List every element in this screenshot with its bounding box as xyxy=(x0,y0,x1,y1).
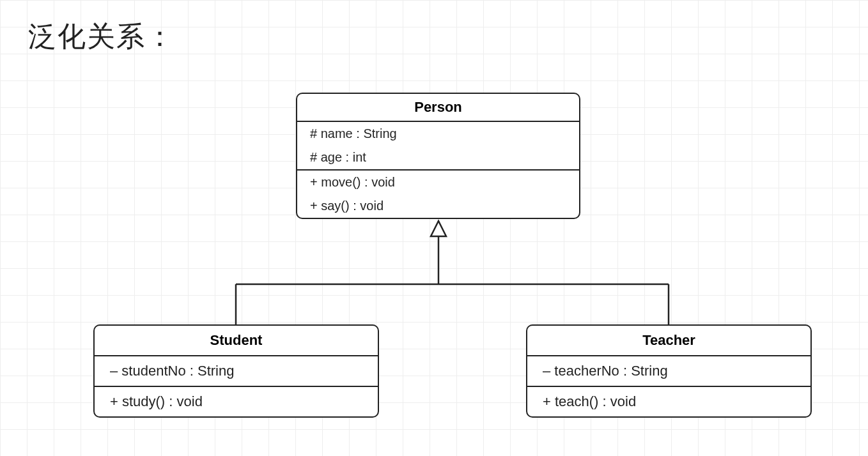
class-person-name: Person xyxy=(297,94,579,122)
class-student-name: Student xyxy=(95,326,378,356)
class-student: Student – studentNo : String + study() :… xyxy=(93,324,379,418)
attribute-row: – studentNo : String xyxy=(95,356,378,386)
attribute-row: – teacherNo : String xyxy=(527,356,810,386)
class-teacher-operations: + teach() : void xyxy=(527,387,810,416)
attribute-row: # name : String xyxy=(297,122,579,146)
class-person-operations: + move() : void + say() : void xyxy=(297,171,579,218)
attribute-row: # age : int xyxy=(297,146,579,169)
diagram-title: 泛化关系： xyxy=(28,18,175,56)
class-teacher-name: Teacher xyxy=(527,326,810,356)
operation-row: + move() : void xyxy=(297,171,579,194)
class-person: Person # name : String # age : int + mov… xyxy=(296,93,580,219)
class-person-attributes: # name : String # age : int xyxy=(297,122,579,171)
class-teacher-attributes: – teacherNo : String xyxy=(527,356,810,387)
class-student-operations: + study() : void xyxy=(95,387,378,416)
operation-row: + teach() : void xyxy=(527,387,810,416)
operation-row: + study() : void xyxy=(95,387,378,416)
operation-row: + say() : void xyxy=(297,194,579,218)
class-student-attributes: – studentNo : String xyxy=(95,356,378,387)
class-teacher: Teacher – teacherNo : String + teach() :… xyxy=(526,324,812,418)
